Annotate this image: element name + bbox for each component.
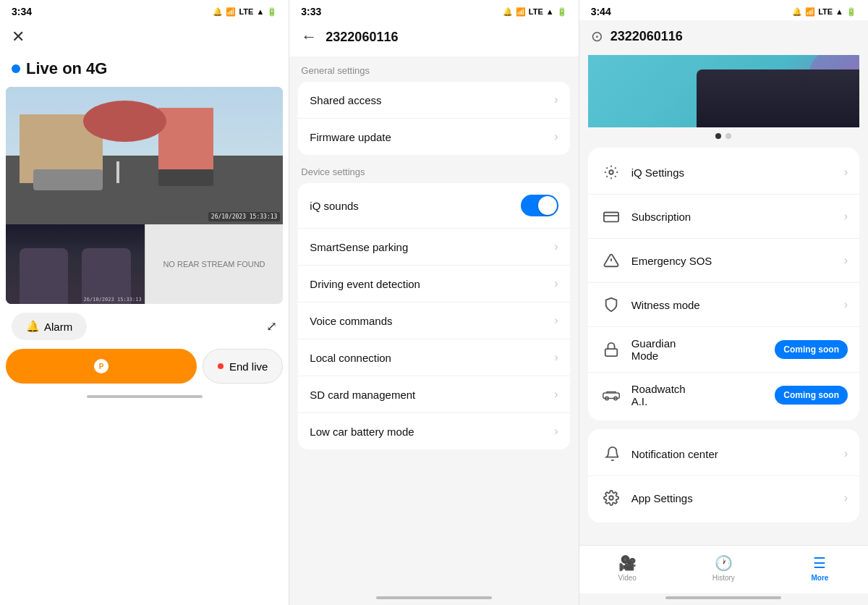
local-connection-label: Local connection: [310, 352, 391, 364]
front-camera-feed: 26/10/2023 15:33:13: [6, 87, 283, 224]
nav-video[interactable]: 🎥 Video: [579, 551, 676, 585]
p1-header: ✕: [0, 20, 289, 54]
camera-feed: 26/10/2023 15:33:13 26/10/2023 15:33:13 …: [6, 87, 283, 304]
roadwatch-coming-soon-badge: Coming soon: [775, 386, 848, 405]
alarm-label: Alarm: [44, 321, 72, 333]
low-battery-label: Low car battery mode: [310, 426, 414, 438]
subscription-row[interactable]: Subscription ›: [588, 195, 859, 239]
signal-icon-3: ▲: [835, 7, 843, 16]
end-live-dot: [218, 363, 224, 369]
iq-settings-label: iQ Settings: [631, 166, 844, 179]
time-1: 3:34: [12, 6, 32, 17]
iq-sounds-label: iQ sounds: [310, 200, 359, 212]
no-stream-label: NO REAR STREAM FOUND: [163, 260, 265, 268]
sd-card-management-row[interactable]: SD card management ›: [298, 376, 569, 413]
back-button[interactable]: ←: [301, 28, 317, 46]
iq-settings-icon: [600, 161, 623, 184]
shared-access-row[interactable]: Shared access ›: [298, 82, 569, 119]
voice-commands-row[interactable]: Voice commands ›: [298, 302, 569, 339]
bottom-nav: 🎥 Video 🕐 History ☰ More: [579, 545, 868, 593]
panel-settings: 3:33 🔔 📶 LTE ▲ 🔋 ← 2322060116 General se…: [289, 0, 579, 605]
expand-icon[interactable]: ⤢: [266, 318, 277, 334]
network-label-2: LTE: [529, 7, 543, 16]
subscription-label: Subscription: [631, 211, 844, 223]
rear-interior-feed: 26/10/2023 15:33:13: [6, 224, 145, 304]
guardian-mode-icon: [600, 338, 623, 361]
home-indicator-2: [376, 596, 492, 599]
smartsense-parking-row[interactable]: SmartSense parking ›: [298, 229, 569, 266]
network-label-3: LTE: [818, 7, 833, 16]
guardian-label-line1: Guardian: [631, 337, 775, 350]
status-icons-3: 🔔 📶 LTE ▲ 🔋: [792, 7, 856, 17]
device-settings-card: iQ sounds SmartSense parking › Driving e…: [298, 183, 569, 449]
chevron-driving: ›: [554, 277, 558, 290]
home-indicator-3: [665, 596, 781, 599]
iq-settings-row[interactable]: iQ Settings ›: [588, 151, 859, 195]
signal-icon-1: ▲: [256, 7, 264, 16]
guardian-mode-row[interactable]: Guardian Mode Coming soon: [588, 327, 859, 373]
panel-device-menu: 3:44 🔔 📶 LTE ▲ 🔋 ⊙ 2322060116: [579, 0, 868, 605]
chevron-app: ›: [844, 491, 848, 504]
close-button[interactable]: ✕: [12, 28, 25, 46]
low-battery-mode-row[interactable]: Low car battery mode ›: [298, 413, 569, 449]
notification-right: ›: [844, 447, 848, 460]
more-nav-label: More: [811, 574, 828, 582]
live-indicator: Live on 4G: [0, 54, 289, 87]
notification-center-row[interactable]: Notification center ›: [588, 432, 859, 476]
witness-mode-row[interactable]: Witness mode ›: [588, 283, 859, 327]
sd-card-label: SD card management: [310, 389, 415, 401]
nav-more[interactable]: ☰ More: [772, 551, 868, 585]
notifications-card: Notification center › App Settings ›: [588, 429, 859, 522]
chevron-local: ›: [554, 351, 558, 364]
driving-event-detection-row[interactable]: Driving event detection ›: [298, 266, 569, 302]
video-nav-icon: 🎥: [618, 554, 637, 572]
rear-stream-placeholder: NO REAR STREAM FOUND: [145, 224, 284, 304]
dot-2: [726, 133, 731, 139]
chevron-firmware: ›: [554, 130, 558, 143]
guardian-right: Coming soon: [775, 340, 848, 359]
status-bar-3: 3:44 🔔 📶 LTE ▲ 🔋: [579, 0, 868, 20]
rear-camera-area: 26/10/2023 15:33:13 NO REAR STREAM FOUND: [6, 224, 283, 304]
p2-title: 2322060116: [326, 30, 398, 45]
toggle-knob: [538, 196, 557, 215]
end-live-button[interactable]: End live: [203, 349, 283, 384]
bell-icon: 🔔: [26, 320, 40, 333]
local-connection-row[interactable]: Local connection ›: [298, 339, 569, 376]
battery-icon-3: 🔋: [846, 7, 856, 17]
nav-history[interactable]: 🕐 History: [676, 551, 772, 585]
status-icons-1: 🔔 📶 LTE ▲ 🔋: [213, 7, 277, 17]
svg-rect-1: [604, 213, 618, 222]
p-logo: P: [94, 359, 109, 373]
roadwatch-ai-icon: [600, 384, 623, 407]
status-bar-1: 3:34 🔔 📶 LTE ▲ 🔋: [0, 0, 289, 20]
notification-center-label: Notification center: [631, 448, 844, 460]
carousel-dots: [588, 127, 859, 148]
emergency-sos-icon: [600, 249, 623, 272]
firmware-update-row[interactable]: Firmware update ›: [298, 119, 569, 155]
roadwatch-ai-row[interactable]: Roadwatch A.I. Coming soon: [588, 373, 859, 418]
smartsense-parking-label: SmartSense parking: [310, 241, 408, 253]
app-settings-icon: [600, 486, 623, 509]
chevron-sub: ›: [844, 210, 848, 223]
iq-sounds-toggle[interactable]: [521, 195, 558, 216]
emergency-sos-label: Emergency SOS: [631, 255, 844, 267]
iq-sounds-row[interactable]: iQ sounds: [298, 183, 569, 229]
history-nav-label: History: [712, 574, 735, 582]
rear-timestamp: 26/10/2023 15:33:13: [84, 297, 142, 302]
svg-point-0: [609, 170, 613, 174]
settings-scroll[interactable]: General settings Shared access › Firmwar…: [289, 56, 578, 593]
app-settings-row[interactable]: App Settings ›: [588, 476, 859, 520]
witness-mode-label: Witness mode: [631, 299, 844, 311]
time-3: 3:44: [591, 6, 611, 17]
chevron-sd: ›: [554, 388, 558, 401]
p2-header: ← 2322060116: [289, 20, 578, 56]
orange-action-button[interactable]: P: [6, 349, 197, 384]
witness-right: ›: [844, 298, 848, 311]
p3-scroll[interactable]: iQ Settings › Subscription › Emergency S…: [579, 55, 868, 545]
alarm-button[interactable]: 🔔 Alarm: [12, 313, 87, 340]
emergency-sos-row[interactable]: Emergency SOS ›: [588, 239, 859, 283]
p3-title: 2322060116: [610, 29, 683, 44]
status-bar-2: 3:33 🔔 📶 LTE ▲ 🔋: [289, 0, 578, 20]
live-dot: [12, 64, 20, 73]
guardian-label-line2: Mode: [631, 350, 775, 362]
